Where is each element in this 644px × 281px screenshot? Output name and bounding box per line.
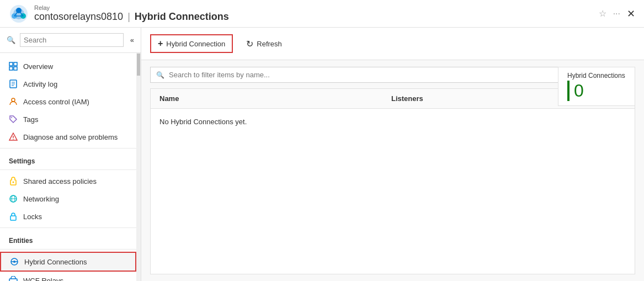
svg-point-16 [12, 98, 15, 102]
sidebar-item-label-shared-access: Shared access policies [23, 177, 97, 185]
header-subtitle: Relay [34, 4, 229, 11]
tags-icon [9, 115, 18, 124]
networking-icon [9, 194, 18, 203]
nav-divider-4 [0, 249, 136, 250]
svg-point-20 [13, 182, 14, 183]
sidebar-scrollbar[interactable] [136, 53, 141, 281]
svg-rect-29 [9, 279, 17, 281]
svg-rect-10 [9, 67, 13, 70]
sidebar-item-label-tags: Tags [23, 115, 38, 124]
sidebar-item-label-networking: Networking [23, 195, 59, 203]
empty-message: No Hybrid Connections yet. [151, 109, 635, 135]
entities-section-title: Entities [0, 230, 136, 247]
favorite-button[interactable]: ☆ [599, 8, 606, 19]
activity-log-icon [9, 79, 18, 88]
nav-divider-1 [0, 148, 136, 149]
svg-rect-8 [9, 62, 13, 66]
sidebar-item-activity-log[interactable]: Activity log [0, 75, 136, 93]
settings-section-title: Settings [0, 151, 136, 167]
more-options-button[interactable]: ··· [613, 9, 620, 19]
svg-point-26 [13, 261, 15, 263]
svg-point-19 [13, 139, 14, 140]
svg-rect-24 [10, 216, 16, 220]
locks-icon [9, 212, 18, 221]
svg-rect-11 [14, 67, 17, 70]
add-hybrid-connection-button[interactable]: + Hybrid Connection [150, 34, 233, 53]
header-separator: | [127, 11, 130, 23]
app-logo [9, 4, 29, 24]
sidebar-item-tags[interactable]: Tags [0, 110, 136, 128]
add-icon: + [158, 39, 163, 49]
stats-label: Hybrid Connections [567, 72, 626, 79]
sidebar-item-label-hybrid-connections: Hybrid Connections [24, 258, 87, 266]
diagnose-icon [9, 132, 18, 141]
add-button-label: Hybrid Connection [166, 40, 225, 48]
stats-panel: Hybrid Connections 0 [558, 67, 635, 106]
sidebar-item-hybrid-connections[interactable]: Hybrid Connections [0, 252, 136, 272]
nav-divider-2 [0, 169, 136, 170]
collapse-sidebar-button[interactable]: « [130, 36, 134, 44]
sidebar-item-diagnose[interactable]: Diagnose and solve problems [0, 128, 136, 146]
sidebar-item-wcf-relays[interactable]: WCF Relays [0, 272, 136, 281]
sidebar-item-locks[interactable]: Locks [0, 208, 136, 225]
svg-point-17 [11, 117, 12, 118]
refresh-icon: ↻ [246, 39, 253, 49]
sidebar-item-label-activity-log: Activity log [23, 80, 57, 88]
overview-icon [9, 62, 18, 71]
sidebar-item-overview[interactable]: Overview [0, 57, 136, 75]
sidebar-item-label-diagnose: Diagnose and solve problems [23, 133, 118, 141]
header-title-group: Relay contosorelayns0810 | Hybrid Connec… [34, 4, 229, 23]
stats-value: 0 [567, 81, 626, 101]
wcf-relays-icon [9, 276, 18, 281]
nav-divider-3 [0, 227, 136, 228]
sidebar-item-label-wcf-relays: WCF Relays [23, 277, 63, 282]
sidebar-scroll-thumb [137, 54, 140, 76]
header-resource-name: contosorelayns0810 [34, 11, 123, 23]
sidebar-item-networking[interactable]: Networking [0, 190, 136, 208]
shared-access-icon [9, 177, 18, 185]
refresh-label: Refresh [257, 40, 282, 48]
refresh-button[interactable]: ↻ Refresh [239, 35, 289, 52]
sidebar-search-bar: 🔍 « [0, 28, 141, 53]
access-control-icon [9, 97, 18, 106]
search-icon: 🔍 [7, 36, 15, 44]
filter-icon: 🔍 [156, 71, 164, 79]
svg-rect-9 [14, 62, 17, 66]
data-table: Name Listeners No Hybrid Connections yet… [150, 88, 635, 274]
toolbar: + Hybrid Connection ↻ Refresh [141, 28, 644, 60]
sidebar-item-label-overview: Overview [23, 62, 53, 71]
header-page-title: Hybrid Connections [135, 11, 229, 23]
sidebar-item-access-control[interactable]: Access control (IAM) [0, 93, 136, 110]
search-input[interactable] [20, 33, 124, 47]
column-name: Name [159, 94, 391, 103]
sidebar-item-shared-access[interactable]: Shared access policies [0, 172, 136, 190]
hybrid-connections-icon [10, 257, 19, 266]
close-button[interactable]: ✕ [627, 8, 635, 20]
sidebar-item-label-locks: Locks [23, 213, 42, 221]
header: Relay contosorelayns0810 | Hybrid Connec… [0, 0, 644, 28]
sidebar-item-label-access-control: Access control (IAM) [23, 98, 89, 106]
